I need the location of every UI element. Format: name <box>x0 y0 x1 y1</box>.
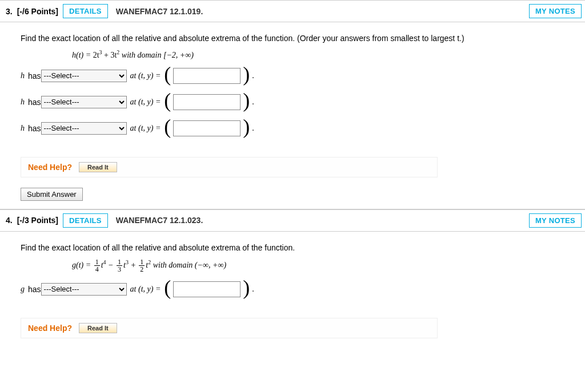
question-header: 4. [-/3 Points] DETAILS WANEFMAC7 12.1.0… <box>0 209 585 232</box>
point-input[interactable] <box>173 94 241 110</box>
question-body: Find the exact location of all the relat… <box>0 232 585 354</box>
question-prompt: Find the exact location of all the relat… <box>21 33 564 45</box>
submit-answer-button[interactable]: Submit Answer <box>21 188 83 201</box>
point-input[interactable] <box>173 281 241 297</box>
paren-open-icon: ( <box>164 120 171 134</box>
period-icon: . <box>252 124 254 133</box>
paren-close-icon: ) <box>243 120 250 134</box>
fn-label: h <box>21 71 25 80</box>
extrema-select[interactable]: ---Select--- <box>41 70 127 82</box>
point-input[interactable] <box>173 120 241 136</box>
fn-label: h <box>21 124 25 133</box>
fraction: 14 <box>94 258 100 273</box>
at-xy-label: at (t, y) = <box>130 98 161 107</box>
formula-lhs: h(t) = <box>72 51 93 59</box>
question-prompt: Find the exact location of all the relat… <box>21 242 564 254</box>
paren-close-icon: ) <box>243 281 250 295</box>
at-xy-label: at (t, y) = <box>130 285 161 294</box>
fraction: 12 <box>139 258 145 273</box>
question-points: [-/3 Points] <box>17 216 58 225</box>
mynotes-button[interactable]: MY NOTES <box>529 213 582 228</box>
fraction: 13 <box>117 258 122 273</box>
formula-domain: with domain [−2, +∞) <box>119 51 194 59</box>
fn-label: g <box>21 285 25 294</box>
question-formula: g(t) = 14t4 − 13t3 + 12t2 with domain (−… <box>72 258 564 273</box>
paren-open-icon: ( <box>164 67 171 82</box>
question-header: 3. [-/6 Points] DETAILS WANEFMAC7 12.1.0… <box>0 0 585 22</box>
read-it-button[interactable]: Read It <box>79 162 117 172</box>
formula-term: 2t <box>93 51 99 59</box>
extrema-select[interactable]: ---Select--- <box>41 96 127 108</box>
formula-domain: with domain (−∞, +∞) <box>151 261 226 269</box>
formula-lhs: g(t) = <box>72 261 93 269</box>
question-reference: WANEFMAC7 12.1.019. <box>116 7 203 16</box>
details-button[interactable]: DETAILS <box>63 4 108 18</box>
answer-row: g has ---Select--- at (t, y) = ( ) . <box>21 281 564 297</box>
extrema-select[interactable]: ---Select--- <box>41 283 127 296</box>
paren-close-icon: ) <box>243 94 250 108</box>
question-points: [-/6 Points] <box>17 7 58 16</box>
read-it-button[interactable]: Read It <box>79 323 117 333</box>
paren-close-icon: ) <box>243 67 250 82</box>
has-label: has <box>28 71 41 80</box>
need-help-bar: Need Help? Read It <box>21 157 438 177</box>
question-body: Find the exact location of all the relat… <box>0 22 585 209</box>
question-number: 4. <box>6 216 13 225</box>
formula-minus: − <box>106 261 115 269</box>
need-help-label: Need Help? <box>28 163 72 172</box>
question-reference: WANEFMAC7 12.1.023. <box>116 216 203 225</box>
fn-label: h <box>21 98 25 107</box>
period-icon: . <box>252 71 254 80</box>
answer-row: h has ---Select--- at (t, y) = ( ) . <box>21 94 564 110</box>
answer-row: h has ---Select--- at (t, y) = ( ) . <box>21 68 564 84</box>
has-label: has <box>28 98 41 107</box>
mynotes-button[interactable]: MY NOTES <box>529 4 582 18</box>
at-xy-label: at (t, y) = <box>130 71 161 80</box>
need-help-bar: Need Help? Read It <box>21 318 438 338</box>
paren-open-icon: ( <box>164 94 171 108</box>
formula-term: + 3t <box>102 51 117 59</box>
extrema-select[interactable]: ---Select--- <box>41 122 127 135</box>
details-button[interactable]: DETAILS <box>63 213 108 228</box>
question-formula: h(t) = 2t3 + 3t2 with domain [−2, +∞) <box>72 49 564 60</box>
answer-row: h has ---Select--- at (t, y) = ( ) . <box>21 120 564 136</box>
has-label: has <box>28 124 41 133</box>
formula-plus: + <box>129 261 138 269</box>
period-icon: . <box>252 285 254 294</box>
has-label: has <box>28 285 41 294</box>
question-number: 3. <box>6 7 13 16</box>
need-help-label: Need Help? <box>28 324 72 333</box>
paren-open-icon: ( <box>164 281 171 295</box>
point-input[interactable] <box>173 68 241 84</box>
period-icon: . <box>252 98 254 107</box>
at-xy-label: at (t, y) = <box>130 124 161 133</box>
